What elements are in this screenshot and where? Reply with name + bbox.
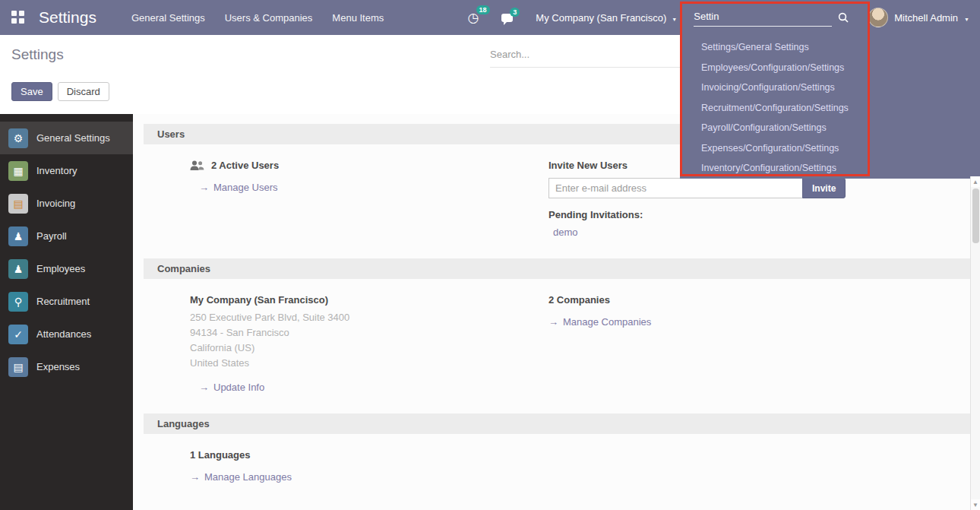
- update-info-link[interactable]: Update Info: [199, 382, 264, 393]
- pending-user-link[interactable]: demo: [553, 226, 578, 238]
- sidebar-item-invoicing[interactable]: ▤ Invoicing: [0, 187, 133, 220]
- discard-button[interactable]: Discard: [58, 82, 109, 101]
- apps-menu-icon[interactable]: [11, 11, 25, 24]
- menu-users-companies[interactable]: Users & Companies: [225, 12, 313, 24]
- pending-invitations-label: Pending Invitations:: [548, 209, 970, 220]
- avatar: [868, 8, 888, 27]
- company-switcher[interactable]: My Company (San Francisco): [536, 12, 677, 24]
- message-count-badge: 3: [510, 8, 520, 17]
- user-menu[interactable]: Mitchell Admin: [868, 8, 969, 27]
- address-line: California (US): [190, 341, 548, 356]
- search-result-item[interactable]: Employees/Configuration/Settings: [680, 58, 980, 78]
- address-line: 250 Executive Park Blvd, Suite 3400: [190, 310, 548, 325]
- chevron-down-icon: [964, 11, 969, 24]
- save-button[interactable]: Save: [11, 82, 52, 101]
- search-icon: [838, 12, 849, 23]
- scroll-up-arrow[interactable]: ▲: [971, 176, 980, 187]
- inventory-icon: ▦: [8, 161, 28, 181]
- app-title: Settings: [39, 8, 96, 27]
- arrow-right-icon: [548, 316, 558, 328]
- scroll-down-arrow[interactable]: ▼: [971, 499, 980, 510]
- sidebar-item-recruitment[interactable]: ⚲ Recruitment: [0, 285, 133, 318]
- users-group-icon: [190, 160, 204, 171]
- employees-icon: ♟: [8, 259, 28, 279]
- expenses-icon: ▤: [8, 357, 28, 377]
- search-result-item[interactable]: Payroll/Configuration/Settings: [680, 118, 980, 138]
- sidebar-item-attendances[interactable]: ✓ Attendances: [0, 318, 133, 350]
- user-name: Mitchell Admin: [894, 12, 958, 24]
- gear-icon: ⚙: [8, 128, 28, 148]
- sidebar-item-general-settings[interactable]: ⚙ General Settings: [0, 122, 133, 154]
- activities-button[interactable]: ◷ 18: [468, 11, 479, 24]
- messages-button[interactable]: 3: [501, 14, 513, 22]
- sidebar-item-label: Invoicing: [36, 198, 75, 209]
- page-title: Settings: [11, 46, 64, 63]
- companies-count: 2 Companies: [548, 294, 970, 306]
- menu-search: [694, 9, 861, 27]
- arrow-right-icon: [199, 382, 209, 393]
- manage-languages-link[interactable]: Manage Languages: [190, 471, 292, 483]
- sidebar-item-label: Expenses: [36, 361, 80, 372]
- company-name: My Company (San Francisco): [536, 12, 666, 24]
- invite-email-input[interactable]: [548, 178, 802, 198]
- menu-general-settings[interactable]: General Settings: [131, 12, 205, 24]
- sidebar-item-employees[interactable]: ♟ Employees: [0, 252, 133, 285]
- settings-search: [490, 47, 680, 68]
- sidebar-item-label: Payroll: [36, 230, 67, 242]
- sidebar-item-label: General Settings: [36, 132, 110, 144]
- sidebar-item-label: Employees: [36, 263, 85, 274]
- scrollbar-thumb[interactable]: [972, 188, 979, 243]
- chevron-down-icon: [672, 12, 677, 24]
- menu-search-dropdown: Settings/General Settings Employees/Conf…: [680, 35, 980, 179]
- activity-count-badge: 18: [476, 5, 490, 14]
- sidebar-item-expenses[interactable]: ▤ Expenses: [0, 350, 133, 383]
- settings-search-input[interactable]: [490, 47, 680, 68]
- invoicing-icon: ▤: [8, 194, 28, 214]
- menu-search-input[interactable]: [694, 9, 832, 27]
- search-result-item[interactable]: Inventory/Configuration/Settings: [680, 158, 980, 179]
- search-result-item[interactable]: Settings/General Settings: [680, 37, 980, 58]
- sidebar-item-inventory[interactable]: ▦ Inventory: [0, 154, 133, 187]
- payroll-icon: ♟: [8, 226, 28, 246]
- search-result-item[interactable]: Recruitment/Configuration/Settings: [680, 98, 980, 119]
- company-address: 250 Executive Park Blvd, Suite 3400 9413…: [190, 310, 548, 371]
- active-users-count: 2 Active Users: [211, 160, 279, 171]
- recruitment-icon: ⚲: [8, 292, 28, 312]
- section-languages: Languages 1 Languages Manage Languages: [144, 413, 970, 503]
- sidebar-item-label: Recruitment: [36, 296, 90, 307]
- search-result-item[interactable]: Invoicing/Configuration/Settings: [680, 78, 980, 98]
- address-line: 94134 - San Francisco: [190, 325, 548, 341]
- settings-sidebar: ⚙ General Settings ▦ Inventory ▤ Invoici…: [0, 114, 133, 510]
- sidebar-item-label: Attendances: [36, 328, 91, 340]
- company-name-label: My Company (San Francisco): [190, 294, 548, 306]
- sidebar-item-label: Inventory: [36, 165, 77, 176]
- attendances-icon: ✓: [8, 325, 28, 344]
- app-menu: General Settings Users & Companies Menu …: [131, 12, 384, 24]
- arrow-right-icon: [199, 182, 209, 193]
- navbar-right: ◷ 18 3 My Company (San Francisco) Mitche…: [468, 8, 980, 27]
- section-companies: Companies My Company (San Francisco) 250…: [144, 258, 970, 413]
- address-line: United States: [190, 356, 548, 371]
- vertical-scrollbar[interactable]: ▲ ▼: [970, 176, 980, 510]
- top-navbar: Settings General Settings Users & Compan…: [0, 0, 980, 35]
- section-header-languages: Languages: [144, 413, 970, 434]
- manage-companies-link[interactable]: Manage Companies: [548, 316, 651, 328]
- arrow-right-icon: [190, 471, 200, 483]
- sidebar-item-payroll[interactable]: ♟ Payroll: [0, 220, 133, 252]
- languages-count: 1 Languages: [190, 449, 548, 461]
- search-result-item[interactable]: Expenses/Configuration/Settings: [680, 138, 980, 159]
- section-header-companies: Companies: [144, 258, 970, 279]
- manage-users-link[interactable]: Manage Users: [199, 182, 278, 193]
- menu-menu-items[interactable]: Menu Items: [332, 12, 384, 24]
- action-buttons: Save Discard: [11, 82, 109, 101]
- invite-button[interactable]: Invite: [802, 178, 846, 198]
